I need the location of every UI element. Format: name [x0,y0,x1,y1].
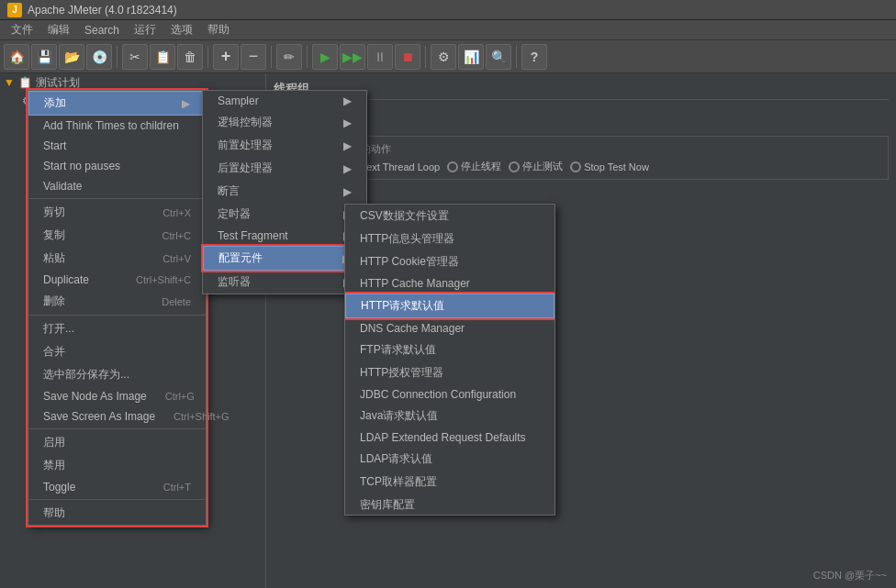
sub-http-cookie[interactable]: HTTP Cookie管理器 [345,250,554,273]
radio-stopnow-circle [570,161,581,172]
sub-http-defaults[interactable]: HTTP请求默认值 [345,294,554,318]
ctx-start[interactable]: Start [28,136,206,156]
sub-ldap-defaults[interactable]: LDAP请求认值 [345,448,554,471]
ctx-validate[interactable]: Validate [28,176,206,196]
error-action-label: 样器错误后要执行的动作 [280,142,882,156]
ctx-paste[interactable]: 粘贴 Ctrl+V [28,247,206,270]
ctx-sep1 [28,198,206,199]
ctx-add[interactable]: 添加 ▶ [28,91,206,116]
menu-search[interactable]: Search [77,22,127,39]
ctx-delete[interactable]: 删除 Delete [28,290,206,313]
ctx-duplicate[interactable]: Duplicate Ctrl+Shift+C [28,270,206,290]
toolbar-cut[interactable]: ✂ [122,44,148,70]
ctx-merge[interactable]: 合并 [28,340,206,363]
sep3 [271,46,272,68]
toolbar-run[interactable]: ▶ [312,44,338,70]
sub-http-cache[interactable]: HTTP Cache Manager [345,273,554,294]
sub-sampler[interactable]: Sampler ▶ [203,91,366,111]
radio-stoptest[interactable]: 停止测试 [509,160,563,173]
menu-run[interactable]: 运行 [127,20,163,39]
ctx-open[interactable]: 打开... [28,317,206,340]
submenu-config-element: CSV数据文件设置 HTTP信息头管理器 HTTP Cookie管理器 HTTP… [344,204,555,516]
toolbar-stop[interactable]: ⏹ [395,44,420,70]
sub-ldap-extended[interactable]: LDAP Extended Request Defaults [345,427,554,448]
sub-tcp-config[interactable]: TCP取样器配置 [345,471,554,494]
ctx-start-no-pauses[interactable]: Start no pauses [28,156,206,176]
toolbar-copy[interactable]: 📋 [150,44,175,70]
toolbar-open[interactable]: 📂 [59,44,84,70]
sub-assertion[interactable]: 断言 ▶ [203,180,366,203]
toolbar-remove[interactable]: − [241,44,266,70]
ctx-sep4 [28,499,206,500]
sub-csv[interactable]: CSV数据文件设置 [345,205,554,227]
toolbar-saveas[interactable]: 💿 [86,44,112,70]
menu-bar: 文件 编辑 Search 运行 选项 帮助 [0,20,896,40]
context-menu-main: 添加 ▶ Add Think Times to children Start S… [28,90,207,526]
sep6 [516,46,517,68]
toolbar-settings[interactable]: ⚙ [431,44,456,70]
title-bar: J Apache JMeter (4.0 r1823414) [0,0,896,20]
ctx-disable[interactable]: 禁用 [28,454,206,477]
menu-help[interactable]: 帮助 [200,20,237,39]
toolbar-save[interactable]: 💾 [31,44,57,70]
watermark: CSDN @栗子~~ [813,569,887,582]
tree-item-testplan[interactable]: ▼ 📋 测试计划 [0,73,265,92]
sub-ftp-defaults[interactable]: FTP请求默认值 [345,338,554,361]
radio-stopthread-label: 停止线程 [461,160,501,173]
app-icon: J [7,3,22,17]
ctx-save-screen-image[interactable]: Save Screen As Image Ctrl+Shift+G [28,406,206,427]
testplan-label: 测试计划 [36,75,80,91]
sep2 [207,46,208,68]
sub-timer[interactable]: 定时器 ▶ [203,203,366,226]
menu-options[interactable]: 选项 [163,20,200,39]
toolbar-pause[interactable]: ⏸ [367,44,393,70]
toolbar-edit[interactable]: ✏ [276,44,302,70]
sub-dns-cache[interactable]: DNS Cache Manager [345,318,554,338]
ctx-add-think-times[interactable]: Add Think Times to children [28,116,206,136]
sep4 [307,46,308,68]
toolbar: 🏠 💾 📂 💿 ✂ 📋 🗑 + − ✏ ▶ ▶▶ ⏸ ⏹ ⚙ 📊 🔍 ? [0,40,896,73]
ctx-cut[interactable]: 剪切 Ctrl+X [28,201,206,224]
toolbar-add[interactable]: + [213,44,239,70]
radio-stopthread[interactable]: 停止线程 [447,160,501,173]
ctx-help[interactable]: 帮助 [28,502,206,525]
toolbar-report[interactable]: 📊 [458,44,484,70]
sub-listener[interactable]: 监听器 ▶ [203,271,366,294]
radio-stopnow-label: Stop Test Now [584,161,649,172]
toolbar-search[interactable]: 🔍 [486,44,511,70]
radio-stopthread-circle [447,161,458,172]
expand-arrow: ▼ [4,76,15,89]
toolbar-run-all[interactable]: ▶▶ [340,44,365,70]
sub-http-header[interactable]: HTTP信息头管理器 [345,227,554,250]
ctx-enable[interactable]: 启用 [28,431,206,454]
sub-java-defaults[interactable]: Java请求默认值 [345,405,554,427]
ctx-sep3 [28,428,206,429]
ctx-sep2 [28,315,206,316]
sub-http-auth[interactable]: HTTP授权管理器 [345,361,554,384]
toolbar-new[interactable]: 🏠 [4,44,29,70]
sub-pre-processor[interactable]: 前置处理器 ▶ [203,134,366,157]
sub-logic-ctrl[interactable]: 逻辑控制器 ▶ [203,111,366,134]
toolbar-help[interactable]: ? [521,44,547,70]
sub-jdbc[interactable]: JDBC Connection Configuration [345,384,554,405]
sub-test-fragment[interactable]: Test Fragment ▶ [203,226,366,246]
ctx-save-selection[interactable]: 选中部分保存为... [28,363,206,386]
sub-config-element[interactable]: 配置元件 ▶ [203,246,366,271]
sep1 [117,46,118,68]
ctx-copy[interactable]: 复制 Ctrl+C [28,224,206,247]
sep5 [425,46,426,68]
radio-stoptest-circle [509,161,520,172]
menu-edit[interactable]: 编辑 [40,20,77,39]
sub-post-processor[interactable]: 后置处理器 ▶ [203,157,366,180]
ctx-save-node-image[interactable]: Save Node As Image Ctrl+G [28,386,206,406]
radio-stoptest-label: 停止测试 [522,160,563,173]
submenu-add: Sampler ▶ 逻辑控制器 ▶ 前置处理器 ▶ 后置处理器 ▶ 断言 ▶ 定… [202,90,367,294]
radio-stopnow[interactable]: Stop Test Now [570,161,649,172]
menu-file[interactable]: 文件 [4,20,40,39]
radio-row: 继续 Start Next Thread Loop 停止线程 停止测试 Stop… [280,160,882,173]
sub-keystore[interactable]: 密钥库配置 [345,494,554,516]
toolbar-delete[interactable]: 🗑 [177,44,203,70]
testplan-icon: 📋 [18,76,32,89]
ctx-toggle[interactable]: Toggle Ctrl+T [28,477,206,497]
ctx-add-arrow: ▶ [182,97,190,110]
